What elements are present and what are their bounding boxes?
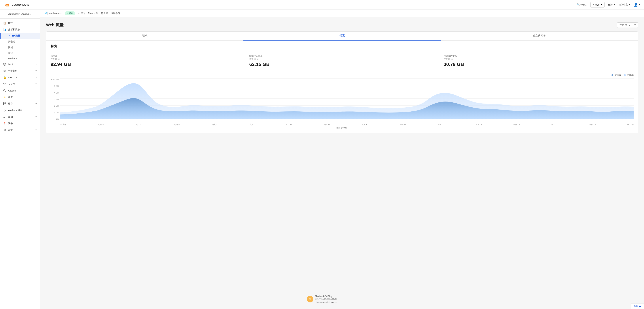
cloudflare-logo[interactable]: CLOUDFLARE: [4, 2, 29, 7]
sidebar-item-network[interactable]: 📍 网络: [0, 120, 40, 127]
sidebar-item-dns[interactable]: DNS ▼: [0, 61, 40, 68]
back-arrow-icon: ←: [3, 12, 6, 16]
sidebar-item-cache[interactable]: 💾 缓存 ▼: [0, 100, 40, 107]
domain-name: mintimate.cn: [48, 12, 62, 14]
xaxis-label-4: 周六 31: [212, 123, 218, 126]
xaxis-label-10: 周三 11: [438, 123, 444, 126]
check-icon: ✓: [66, 12, 68, 14]
xaxis-label-15: 08 上午: [627, 123, 634, 126]
help-button[interactable]: 帮助 ▶: [631, 303, 644, 309]
time-range-select[interactable]: 过去 30 天 过去 24 小时 过去 7 天 过去 90 天: [617, 22, 638, 28]
stat-cached-bandwidth: 已缓存的带宽 过去 30 天 62.15 GB: [245, 51, 439, 70]
sidebar-item-label: Workers 路由: [8, 109, 37, 112]
user-menu-button[interactable]: 👤 ▼: [634, 3, 640, 7]
sidebar-item-label: 速度: [8, 95, 33, 99]
account-name: Mintimate215@gma...: [8, 12, 31, 15]
watermark-text: Mintimate's Blog 专注于技术分享技术教程 https://www…: [315, 295, 337, 304]
http-traffic-label: HTTP 流量: [8, 34, 20, 37]
status-text: 活动: [69, 12, 74, 15]
sidebar-item-traffic[interactable]: 流量 ▼: [0, 127, 40, 133]
language-button[interactable]: 简体中文 ▼: [618, 3, 630, 6]
cached-legend-label: 已缓存: [627, 74, 634, 76]
support-button[interactable]: 支持 ▼: [608, 3, 615, 6]
analytics-icon: 📊: [3, 28, 6, 31]
tabs-header: 请求 带宽 独立访问者: [46, 31, 638, 40]
tab-unique-visitors[interactable]: 独立访问者: [441, 31, 638, 40]
svg-rect-4: [4, 117, 5, 118]
stat-uncached-bandwidth: 未缓存的带宽 过去 30 天 30.79 GB: [439, 51, 634, 70]
xaxis-label-9: 周一 09: [400, 123, 406, 126]
logo-text: CLOUDFLARE: [12, 3, 29, 6]
stat-label-uncached: 未缓存的带宽: [444, 54, 634, 57]
domain-icon: 🌐: [44, 12, 48, 15]
cached-legend: 已缓存: [624, 74, 634, 77]
chevron-down-icon: ▼: [629, 4, 630, 6]
chevron-down-icon: ▼: [35, 116, 37, 118]
stat-total-bandwidth: 总带宽 过去 30 天 92.94 GB: [50, 51, 245, 70]
sidebar-item-ssl[interactable]: 🔒 SSL/TLS ▼: [0, 74, 40, 81]
sidebar-item-email[interactable]: ✉ 电子邮件 ▼: [0, 68, 40, 74]
sidebar-item-security[interactable]: 🛡 安全性 ▼: [0, 81, 40, 87]
xaxis-label-11: 周五 13: [476, 123, 482, 126]
search-icon: 🔍: [577, 3, 580, 6]
star-badge[interactable]: ☆ 星号: [78, 12, 86, 15]
workers-analytics-label: Workers: [8, 57, 17, 60]
tab-requests[interactable]: 请求: [46, 31, 244, 40]
add-label: + 添加: [593, 3, 600, 6]
page-title: Web 流量: [46, 22, 64, 28]
goto-label: 转到...: [580, 3, 587, 6]
xaxis-label-7: 周四 05: [324, 123, 330, 126]
sidebar-item-label: Access: [8, 89, 37, 92]
sidebar-item-label: SSL/TLS: [8, 76, 33, 79]
account-selector[interactable]: ← Mintimate215@gma...: [0, 9, 40, 19]
sidebar-item-workers-analytics[interactable]: Workers: [0, 56, 40, 61]
stat-label-total: 总带宽: [50, 54, 245, 57]
sidebar-item-speed[interactable]: ⚡ 速度 ▼: [0, 94, 40, 100]
chevron-down-icon: ▼: [35, 63, 37, 65]
sidebar-item-overview[interactable]: 📋 概述: [0, 20, 40, 26]
chevron-right-icon: ▶: [639, 305, 641, 308]
chevron-down-icon: ▼: [35, 83, 37, 85]
sidebar-item-label: 电子邮件: [8, 69, 33, 72]
sidebar-item-analytics[interactable]: 📊 分析和日志 ▲: [0, 26, 40, 33]
sidebar-item-performance[interactable]: 性能: [0, 44, 40, 50]
sidebar-item-http-traffic[interactable]: HTTP 流量: [0, 33, 40, 39]
tabs-container: 请求 带宽 独立访问者 带宽 总带宽 过去 30 天: [46, 31, 638, 133]
add-button[interactable]: + 添加 ▼: [590, 2, 604, 7]
chart-area: 未缓存 已缓存 6.23 GB 5 GB 4 GB 3: [46, 74, 638, 133]
sidebar-item-workers-routes[interactable]: ◇ Workers 路由: [0, 107, 40, 114]
svg-point-5: [4, 130, 4, 130]
uncached-legend-dot: [612, 74, 613, 76]
analytics-submenu: HTTP 流量 安全性 性能 DNS Workers: [0, 33, 40, 61]
xaxis-label-8: 周六 07: [362, 123, 368, 126]
sidebar-item-dns-analytics[interactable]: DNS: [0, 50, 40, 56]
overview-icon: 📋: [3, 21, 6, 25]
sidebar-item-rules[interactable]: 规则 ▼: [0, 114, 40, 120]
tab-bandwidth[interactable]: 带宽: [244, 31, 440, 40]
dns-analytics-label: DNS: [8, 52, 13, 54]
tab-unique-visitors-label: 独立访问者: [533, 34, 546, 37]
stat-label-cached: 已缓存的带宽: [249, 54, 439, 57]
yaxis-label-2: 4 GB: [54, 92, 59, 94]
sidebar-item-security-analytics[interactable]: 安全性: [0, 39, 40, 44]
chevron-down-icon: ▼: [35, 129, 37, 131]
xaxis-label-3: 周四 29: [174, 123, 180, 126]
xaxis-label-14: 周四 19: [589, 123, 596, 126]
watermark-url: https://www.mintimate.cn: [315, 301, 337, 303]
sidebar-item-label: 概述: [8, 21, 37, 25]
stat-value-total: 92.94 GB: [50, 61, 245, 67]
topnav-left: CLOUDFLARE: [4, 2, 29, 7]
xaxis-label-5: 九月: [250, 123, 254, 126]
cached-legend-dot: [624, 74, 626, 76]
status-badge: ✓ 活动: [65, 11, 75, 15]
goto-button[interactable]: 🔍 转到...: [577, 3, 587, 6]
svg-rect-3: [4, 117, 6, 117]
chevron-down-icon: ▼: [638, 4, 640, 6]
chevron-up-icon: ▲: [35, 28, 37, 31]
access-icon: [3, 89, 6, 92]
yaxis-label-5: 1 GB: [54, 112, 59, 114]
email-icon: ✉: [3, 69, 6, 72]
yaxis-label-6: 0 B: [56, 118, 59, 120]
sidebar-item-access[interactable]: Access: [0, 87, 40, 94]
stats-grid: 总带宽 过去 30 天 92.94 GB 已缓存的带宽 过去 30 天 62.1…: [50, 51, 634, 70]
